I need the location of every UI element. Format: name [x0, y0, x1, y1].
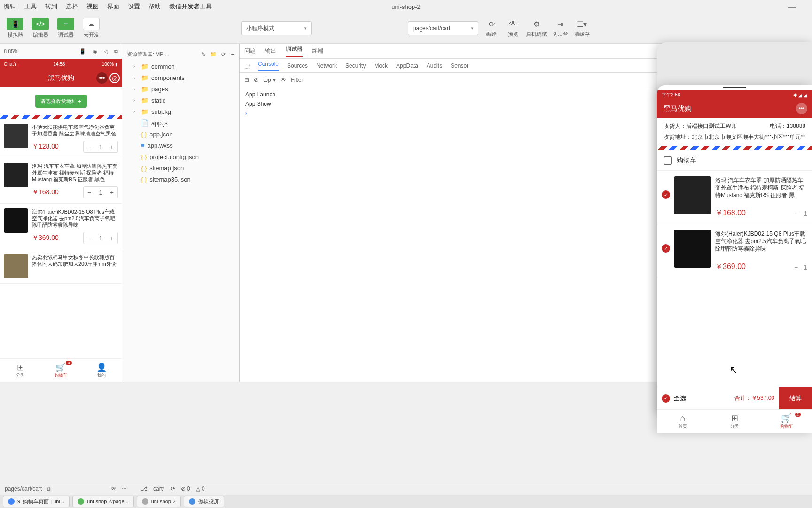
- background-button[interactable]: ⇥切后台: [552, 19, 569, 38]
- eye-icon[interactable]: 👁: [281, 77, 286, 83]
- plus-button[interactable]: +: [106, 232, 117, 244]
- tab-debugger[interactable]: 调试器: [286, 45, 303, 57]
- inspect-icon[interactable]: ⬚: [244, 63, 250, 69]
- branch-icon[interactable]: ⎇: [141, 485, 148, 492]
- tab-mock[interactable]: Mock: [374, 63, 388, 69]
- task-item[interactable]: uni-shop-2/page...: [72, 496, 134, 507]
- tree-folder[interactable]: ›📁common: [122, 61, 239, 72]
- tree-file[interactable]: { }project.config.json: [122, 151, 239, 162]
- device-menu[interactable]: •••: [796, 103, 807, 114]
- more-icon[interactable]: ⋯: [121, 485, 127, 492]
- minus-button[interactable]: −: [84, 187, 95, 198]
- compile-button[interactable]: ⟳编译: [483, 19, 500, 38]
- item-checkbox[interactable]: ✓: [662, 190, 670, 199]
- refresh-icon[interactable]: ⟳: [221, 51, 226, 57]
- menu-tools[interactable]: 工具: [24, 2, 37, 11]
- tree-folder[interactable]: ›📁pages: [122, 83, 239, 95]
- page-select[interactable]: pages/cart/cart: [408, 21, 478, 35]
- errors[interactable]: ⊘ 0: [181, 485, 190, 492]
- capsule-menu[interactable]: •••: [96, 72, 108, 84]
- new-file-icon[interactable]: ✎: [201, 51, 205, 57]
- tab-category[interactable]: ⊞分类: [709, 410, 760, 433]
- collapse-icon[interactable]: ⊟: [230, 51, 234, 57]
- minus-button[interactable]: −: [794, 210, 798, 217]
- sidebar-toggle-icon[interactable]: ⊟: [244, 77, 249, 83]
- item-checkbox[interactable]: ✓: [662, 244, 670, 253]
- tree-file[interactable]: ≡app.wxss: [122, 140, 239, 151]
- debugger-button[interactable]: ≡调试器: [55, 18, 76, 39]
- preview-button[interactable]: 👁预览: [505, 19, 522, 38]
- tab-cart[interactable]: 🛒购物车2: [760, 410, 812, 433]
- menu-view[interactable]: 视图: [86, 2, 99, 11]
- tab-security[interactable]: Security: [345, 63, 366, 69]
- tab-appdata[interactable]: AppData: [396, 63, 418, 69]
- qty-stepper[interactable]: −1: [794, 263, 807, 271]
- task-item[interactable]: uni-shop-2: [137, 496, 181, 507]
- tab-category[interactable]: ⊞分类: [0, 359, 40, 382]
- qty-stepper[interactable]: −1+: [83, 186, 118, 198]
- minus-button[interactable]: −: [794, 263, 798, 271]
- menu-select[interactable]: 选择: [66, 2, 78, 11]
- clear-console-icon[interactable]: ⊘: [254, 77, 258, 83]
- editor-button[interactable]: </>编辑器: [30, 18, 51, 39]
- tab-output[interactable]: 输出: [265, 47, 276, 55]
- time-label: 14:58: [53, 62, 65, 67]
- tab-terminal[interactable]: 终端: [312, 47, 323, 55]
- tree-folder[interactable]: ›📁components: [122, 72, 239, 83]
- tab-cart[interactable]: 🛒购物车4: [40, 359, 81, 382]
- tab-sources[interactable]: Sources: [287, 63, 308, 69]
- tab-problems[interactable]: 问题: [244, 47, 256, 55]
- menu-interface[interactable]: 界面: [107, 2, 119, 11]
- clear-cache-button[interactable]: ☰▾清缓存: [573, 19, 590, 38]
- warnings[interactable]: △ 0: [196, 485, 205, 492]
- device-icon[interactable]: 📱: [79, 48, 86, 55]
- plus-button[interactable]: +: [106, 141, 117, 152]
- tree-folder[interactable]: ›📁static: [122, 95, 239, 106]
- tree-file[interactable]: { }app.json: [122, 128, 239, 140]
- qty-stepper[interactable]: −1+: [83, 232, 118, 244]
- window-minimize[interactable]: —: [788, 2, 796, 12]
- tab-home[interactable]: ⌂首页: [657, 410, 709, 433]
- context-select[interactable]: top ▾: [263, 77, 276, 83]
- tree-file[interactable]: 📄app.js: [122, 117, 239, 128]
- checkout-button[interactable]: 结算: [779, 387, 812, 410]
- tab-sensor[interactable]: Sensor: [451, 63, 468, 69]
- menu-edit[interactable]: 编辑: [4, 2, 16, 11]
- copy-path-icon[interactable]: ⧉: [47, 485, 51, 492]
- tree-folder[interactable]: ›📁subpkg: [122, 106, 239, 117]
- sound-icon[interactable]: ◁: [104, 48, 108, 55]
- tab-console[interactable]: Console: [258, 61, 279, 71]
- explorer-header: 资源管理器: MP-... ✎ 📁 ⟳ ⊟: [122, 48, 239, 61]
- menu-goto[interactable]: 转到: [45, 2, 57, 11]
- menu-wxdev[interactable]: 微信开发者工具: [169, 2, 212, 11]
- address-card[interactable]: 收货人：后端接口测试工程师 电话：138888 收货地址：北京市北京市顺义区顺丰…: [657, 118, 812, 146]
- select-all-checkbox[interactable]: ✓: [662, 394, 670, 403]
- menu-help[interactable]: 帮助: [148, 2, 161, 11]
- mode-select[interactable]: 小程序模式: [241, 21, 312, 35]
- task-item[interactable]: 傲软投屏: [184, 496, 224, 507]
- record-icon[interactable]: ◉: [93, 48, 97, 55]
- capsule-close[interactable]: ◎: [109, 73, 120, 83]
- simulator-button[interactable]: 📱模拟器: [5, 18, 25, 39]
- minus-button[interactable]: −: [84, 141, 95, 152]
- cloud-button[interactable]: ☁云开发: [81, 18, 102, 39]
- real-device-button[interactable]: ⚙真机调试: [526, 19, 547, 38]
- tab-network[interactable]: Network: [316, 63, 337, 69]
- plus-button[interactable]: +: [106, 187, 117, 198]
- tree-file[interactable]: { }sitemap35.json: [122, 174, 239, 185]
- phone-body[interactable]: 请选择收货地址 + 本驰太阳能供电车载空气净化器负离子加湿香薰 除尘去异味清洁空…: [0, 87, 122, 382]
- minus-button[interactable]: −: [84, 232, 95, 244]
- sync-icon[interactable]: ⟳: [171, 485, 175, 492]
- eye-icon[interactable]: 👁: [111, 485, 117, 492]
- tab-me[interactable]: 👤我的: [81, 359, 122, 382]
- copy-icon[interactable]: ⧉: [114, 48, 118, 55]
- qty-stepper[interactable]: −1: [794, 210, 807, 217]
- qty-stepper[interactable]: −1+: [83, 141, 118, 153]
- select-address-button[interactable]: 请选择收货地址 +: [35, 95, 87, 108]
- task-item[interactable]: 9. 购物车页面 | uni...: [3, 496, 70, 507]
- menu-settings[interactable]: 设置: [128, 2, 140, 11]
- new-folder-icon[interactable]: 📁: [210, 51, 217, 57]
- tab-audits[interactable]: Audits: [427, 63, 442, 69]
- tree-file[interactable]: { }sitemap.json: [122, 162, 239, 174]
- product-price: ￥168.00: [32, 188, 59, 197]
